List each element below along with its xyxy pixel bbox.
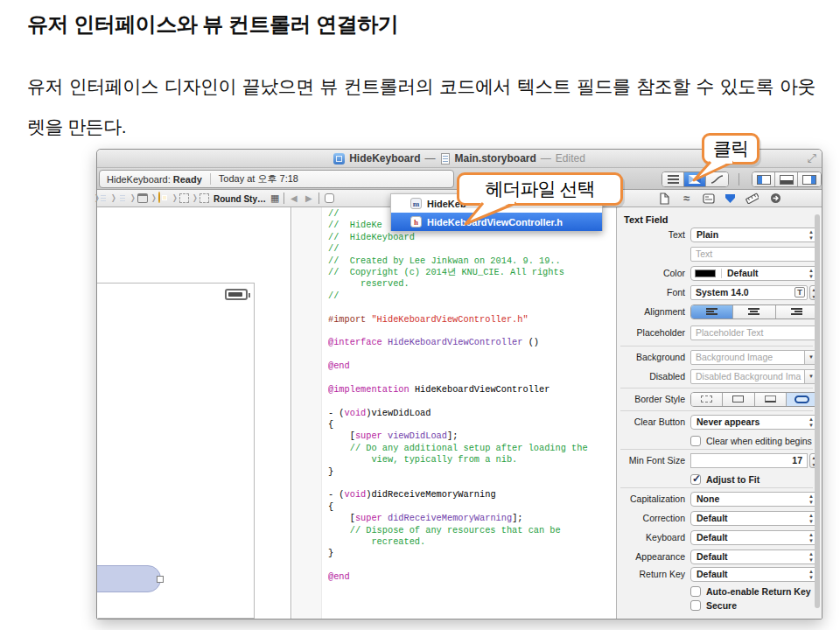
jumpbar-viewcontroller-icon[interactable] <box>158 192 160 203</box>
appearance-label: Appearance <box>622 551 690 562</box>
clear-when-editing-label: Clear when editing begins <box>706 436 812 446</box>
auto-enable-return-key-checkbox[interactable] <box>690 586 701 597</box>
titlebar-project-name: HideKeyboard <box>349 152 420 164</box>
min-font-size-field[interactable]: 17 <box>690 453 808 468</box>
return-key-value: Default <box>696 569 728 579</box>
adjust-to-fit-label: Adjust to Fit <box>706 474 760 485</box>
h-file-icon: h <box>410 216 422 228</box>
align-left-button[interactable] <box>691 305 733 318</box>
attributes-inspector-tab[interactable] <box>724 192 737 205</box>
size-inspector-tab[interactable] <box>746 192 759 205</box>
color-label: Color <box>622 268 690 278</box>
titlebar-document-name: Main.storyboard <box>454 152 536 164</box>
file-inspector-tab[interactable] <box>658 192 671 205</box>
border-none-button[interactable] <box>691 393 723 406</box>
quick-help-tab[interactable]: ≈ <box>680 192 693 205</box>
resize-handle[interactable] <box>157 576 164 583</box>
navigator-panel-icon <box>757 175 771 185</box>
selected-text-field[interactable] <box>97 565 161 592</box>
related-items-icon[interactable]: ▦ <box>270 192 279 204</box>
code-text[interactable]: //// HideKe// HideKeyboard//// Created b… <box>328 208 614 584</box>
text-label: Text <box>622 229 690 240</box>
titlebar-edited-status: Edited <box>556 152 585 164</box>
jumpbar-breadcrumb-label[interactable]: Round Sty… <box>214 194 266 204</box>
storyboard-scene-view[interactable] <box>97 283 255 619</box>
size-inspector-icon <box>746 192 759 204</box>
secure-checkbox[interactable] <box>690 600 701 611</box>
battery-icon <box>225 289 248 300</box>
jumpbar-view-icon[interactable] <box>179 193 189 203</box>
attributes-inspector-panel: Text Field Text Plain▲▼ Text Color Defau… <box>617 207 822 619</box>
utilities-toggle-button[interactable] <box>798 172 821 186</box>
return-key-popup[interactable]: Default▲▼ <box>690 567 818 582</box>
color-divider <box>721 269 722 278</box>
callout-select-header-label: 헤더파일 선택 <box>486 177 595 201</box>
font-field[interactable]: System 14.0 T <box>690 285 808 300</box>
font-picker-icon[interactable]: T <box>794 287 805 298</box>
adjust-to-fit-checkbox[interactable] <box>690 474 701 485</box>
callout-select-header-tail <box>458 200 523 227</box>
keyboard-label: Keyboard <box>622 532 690 542</box>
attributes-inspector-icon <box>724 192 736 204</box>
forward-arrow-icon[interactable]: ▶ <box>305 193 312 203</box>
callout-click-label: 클릭 <box>713 136 748 161</box>
titlebar-dash: — <box>424 152 435 164</box>
storyboard-canvas[interactable] <box>97 207 291 619</box>
clear-button-popup[interactable]: Never appears▲▼ <box>690 415 818 430</box>
keyboard-popup[interactable]: Default▲▼ <box>690 530 818 545</box>
clear-when-editing-checkbox[interactable] <box>690 436 701 446</box>
color-popup[interactable]: Default▲▼ <box>690 266 818 281</box>
return-key-label: Return Key <box>622 569 690 579</box>
font-label: Font <box>622 287 690 298</box>
fullscreen-icon[interactable]: ⤢ <box>808 151 816 165</box>
separator <box>620 388 813 388</box>
background-combo[interactable]: Background Image▼ <box>690 350 818 365</box>
align-left-icon <box>706 308 718 315</box>
border-line-icon <box>732 396 744 402</box>
navigator-toggle-button[interactable] <box>752 172 775 186</box>
file-inspector-icon <box>660 192 669 205</box>
activity-viewer: HideKeyboard: Ready Today at 오후 7:18 <box>99 170 454 188</box>
border-none-icon <box>701 396 712 402</box>
jumpbar-scene-icon[interactable] <box>137 193 148 203</box>
color-swatch[interactable] <box>695 270 716 277</box>
correction-popup[interactable]: Default▲▼ <box>690 511 818 526</box>
standard-editor-button[interactable] <box>662 172 684 186</box>
jumpbar-chevron: ❭ <box>94 193 101 202</box>
appearance-popup[interactable]: Default▲▼ <box>690 550 818 564</box>
text-input[interactable]: Text <box>690 247 818 262</box>
separator <box>620 346 813 346</box>
inspector-scrollbar[interactable] <box>815 214 820 608</box>
placeholder-input[interactable]: Placeholder Text <box>690 326 818 340</box>
border-bezel-button[interactable] <box>755 393 787 406</box>
jumpbar-separator <box>284 192 284 204</box>
xcode-project-icon <box>333 153 345 164</box>
identity-inspector-tab[interactable] <box>702 192 715 205</box>
border-line-button[interactable] <box>723 393 754 406</box>
utilities-panel-icon <box>802 175 816 185</box>
placeholder-input-placeholder: Placeholder Text <box>696 327 763 338</box>
connections-inspector-tab[interactable] <box>769 192 782 205</box>
capitalization-value: None <box>696 494 719 504</box>
align-center-button[interactable] <box>733 305 775 318</box>
view-segmented <box>752 172 822 187</box>
assistant-code-editor[interactable]: //// HideKe// HideKeyboard//// Created b… <box>292 207 617 619</box>
border-rounded-button[interactable] <box>787 393 817 406</box>
recent-files-icon[interactable] <box>325 193 334 203</box>
back-arrow-icon[interactable]: ◀ <box>290 193 298 203</box>
text-type-popup[interactable]: Plain▲▼ <box>690 228 818 242</box>
popup-arrows-icon: ▲▼ <box>808 551 814 564</box>
activity-divider <box>210 173 211 185</box>
align-right-button[interactable] <box>776 305 817 318</box>
debug-area-toggle-button[interactable] <box>775 172 798 186</box>
debug-panel-icon <box>780 175 794 185</box>
correction-label: Correction <box>622 513 690 523</box>
min-font-size-value: 17 <box>792 455 802 466</box>
clear-button-value: Never appears <box>696 416 760 427</box>
disabled-background-combo[interactable]: Disabled Background Ima▼ <box>690 369 818 384</box>
font-value: System 14.0 <box>696 287 749 298</box>
capitalization-popup[interactable]: None▲▼ <box>690 492 818 507</box>
m-file-icon: m <box>410 198 422 209</box>
align-center-icon <box>748 308 760 315</box>
jumpbar-textfield-icon[interactable] <box>200 193 209 203</box>
